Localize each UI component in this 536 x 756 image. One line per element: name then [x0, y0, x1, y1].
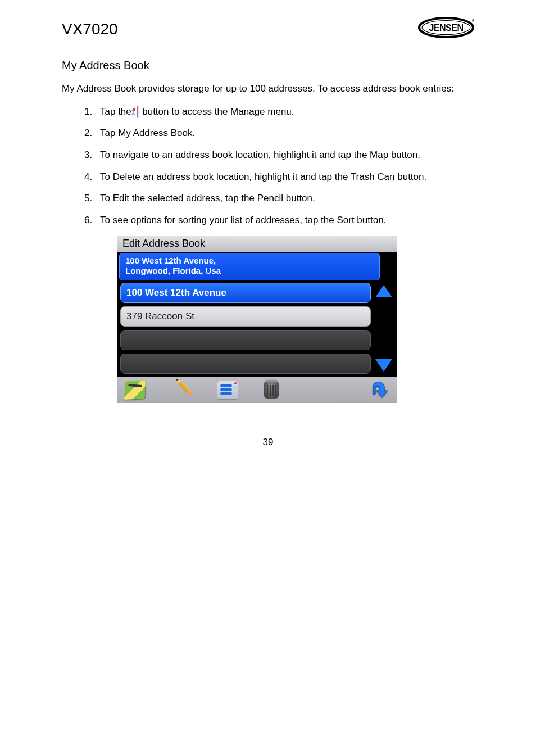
- step-number: 4.: [84, 170, 100, 184]
- list-item[interactable]: 100 West 12th Avenue: [120, 283, 371, 303]
- address-book-icon: [137, 105, 138, 119]
- step-text: To see options for sorting your list of …: [100, 214, 474, 228]
- step-number: 3.: [84, 148, 100, 162]
- step-6: 6. To see options for sorting your list …: [84, 214, 474, 228]
- step-text: To Delete an address book location, high…: [100, 170, 474, 184]
- step-number: 5.: [84, 192, 100, 206]
- map-icon[interactable]: [124, 381, 146, 400]
- step-number: 6.: [84, 214, 100, 228]
- address-line-1: 100 West 12th Avenue,: [125, 256, 374, 266]
- trash-icon[interactable]: [264, 381, 284, 399]
- step-number: 1.: [84, 105, 100, 119]
- step-2: 2. Tap My Address Book.: [84, 126, 474, 141]
- step-3: 3. To navigate to an address book locati…: [84, 148, 474, 162]
- step-text-after: button to access the Manage menu.: [142, 106, 294, 117]
- list-item[interactable]: 379 Raccoon St: [120, 306, 371, 327]
- scroll-down-icon[interactable]: [375, 359, 392, 372]
- step-4: 4. To Delete an address book location, h…: [84, 170, 474, 184]
- page-header: VX7020 JENSEN ®: [62, 17, 474, 42]
- brand-logo: JENSEN ®: [418, 17, 474, 38]
- scroll-up-icon[interactable]: [375, 285, 392, 297]
- product-name: VX7020: [62, 20, 118, 38]
- step-1: 1. Tap the button to access the Manage m…: [84, 105, 474, 119]
- address-list: 100 West 12th Avenue 379 Raccoon St: [120, 283, 374, 374]
- sort-list-icon[interactable]: [217, 381, 238, 400]
- address-line-2: Longwood, Florida, Usa: [125, 266, 374, 277]
- back-icon[interactable]: [371, 382, 389, 399]
- step-number: 2.: [84, 126, 100, 141]
- edit-address-book-screenshot: Edit Address Book 100 West 12th Avenue, …: [117, 236, 397, 404]
- screenshot-toolbar: [117, 377, 397, 403]
- selected-full-address: 100 West 12th Avenue, Longwood, Florida,…: [119, 253, 380, 281]
- step-text: To navigate to an address book location,…: [100, 148, 474, 162]
- step-5: 5. To Edit the selected address, tap the…: [84, 192, 474, 206]
- scroll-controls: [374, 283, 393, 374]
- screenshot-title: Edit Address Book: [117, 236, 397, 252]
- step-text-before: Tap the: [100, 106, 134, 117]
- list-item-empty: [120, 330, 371, 350]
- step-text: Tap My Address Book.: [100, 126, 474, 141]
- pencil-icon[interactable]: [167, 377, 194, 403]
- page-number: 39: [62, 437, 474, 448]
- step-text: To Edit the selected address, tap the Pe…: [100, 192, 474, 206]
- brand-text: JENSEN: [429, 23, 463, 33]
- section-title: My Address Book: [62, 59, 474, 72]
- svg-text:®: ®: [472, 18, 474, 24]
- list-item-empty: [120, 354, 371, 374]
- intro-text: My Address Book provides storage for up …: [62, 82, 474, 96]
